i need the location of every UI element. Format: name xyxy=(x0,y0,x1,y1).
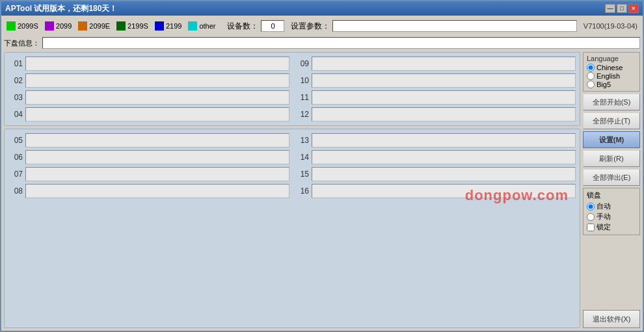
table-row: 16 dongpow.com xyxy=(295,184,576,198)
language-title: Language xyxy=(587,55,636,62)
device-count-input[interactable] xyxy=(261,20,284,32)
slots-column-2b: 13 14 15 16 xyxy=(295,133,576,198)
lock-checkbox-text: 锁定 xyxy=(597,222,611,232)
table-row: 03 xyxy=(8,90,289,105)
stop-all-button[interactable]: 全部停止(T) xyxy=(583,112,640,129)
maximize-button[interactable]: □ xyxy=(617,4,627,13)
radio-chinese-input[interactable] xyxy=(587,64,595,71)
slot-number-08: 08 xyxy=(8,186,23,196)
radio-auto[interactable]: 自动 xyxy=(587,201,636,211)
label-2099s: 2099S xyxy=(18,22,38,30)
slots-group-1-columns: 01 02 03 04 xyxy=(8,57,576,121)
table-row: 04 xyxy=(8,107,289,121)
device-param-input[interactable] xyxy=(332,20,576,32)
slot-number-04: 04 xyxy=(8,110,23,119)
slot-number-10: 10 xyxy=(295,76,309,85)
radio-manual[interactable]: 手动 xyxy=(587,212,636,222)
main-area: 01 02 03 04 xyxy=(4,52,640,328)
slot-number-07: 07 xyxy=(8,170,23,179)
refresh-button[interactable]: 刷新(R) xyxy=(583,150,640,167)
close-button[interactable]: ✕ xyxy=(628,4,639,13)
slot-field-02[interactable] xyxy=(25,73,289,88)
info-label: 下盘信息： xyxy=(4,38,40,48)
slot-number-16: 16 xyxy=(295,186,309,196)
minimize-button[interactable]: — xyxy=(605,4,615,13)
table-row: 06 xyxy=(8,150,289,164)
slots-area: 01 02 03 04 xyxy=(4,52,580,328)
exit-button[interactable]: 退出软件(X) xyxy=(583,310,640,328)
table-row: 08 xyxy=(8,184,289,198)
slot-field-14[interactable] xyxy=(312,150,576,164)
radio-manual-label: 手动 xyxy=(597,212,611,222)
color-2199s xyxy=(116,21,126,31)
slot-field-03[interactable] xyxy=(25,90,289,105)
watermark-text: dongpow.com xyxy=(465,187,569,204)
radio-english-label: English xyxy=(597,72,620,80)
slot-number-02: 02 xyxy=(8,76,23,85)
eject-all-button[interactable]: 全部弹出(E) xyxy=(583,169,640,186)
slot-number-15: 15 xyxy=(295,170,309,179)
color-2099e xyxy=(78,21,87,31)
device-count-label: 设备数： xyxy=(227,21,258,32)
slot-field-09[interactable] xyxy=(312,57,576,71)
slot-field-10[interactable] xyxy=(312,73,576,88)
slot-field-07[interactable] xyxy=(25,167,289,181)
radio-chinese-label: Chinese xyxy=(597,64,623,71)
radio-auto-input[interactable] xyxy=(587,203,595,211)
table-row: 05 xyxy=(8,133,289,147)
window-title: APTool 试用版本，还剩180天！ xyxy=(5,3,117,14)
label-2199s: 2199S xyxy=(127,22,148,30)
radio-big5[interactable]: Big5 xyxy=(587,81,636,88)
legend-bar: 2099S 2099 2099E 2199S 2199 other xyxy=(4,18,640,34)
version-label: V7100(19-03-04) xyxy=(584,22,637,30)
legend-2199s: 2199S xyxy=(116,21,148,31)
slot-number-09: 09 xyxy=(295,59,309,68)
color-2099 xyxy=(45,21,54,31)
lock-checkbox[interactable] xyxy=(587,223,595,231)
slot-field-12[interactable] xyxy=(312,107,576,121)
slots-group-2-columns: 05 06 07 08 xyxy=(8,133,576,198)
legend-2099e: 2099E xyxy=(78,21,110,31)
slot-number-03: 03 xyxy=(8,93,23,102)
table-row: 02 xyxy=(8,73,289,88)
label-2199: 2199 xyxy=(166,22,181,30)
slot-number-01: 01 xyxy=(8,59,23,68)
slot-field-01[interactable] xyxy=(25,57,289,71)
label-other: other xyxy=(199,22,215,30)
radio-manual-input[interactable] xyxy=(587,213,595,221)
slot-number-06: 06 xyxy=(8,153,23,162)
slots-column-1a: 01 02 03 04 xyxy=(8,57,289,121)
radio-english[interactable]: English xyxy=(587,72,636,80)
lock-group: 锁盘 自动 手动 锁定 xyxy=(583,188,640,235)
label-2099: 2099 xyxy=(56,22,72,30)
slot-field-05[interactable] xyxy=(25,133,289,147)
table-row: 13 xyxy=(295,133,576,147)
color-other xyxy=(188,21,197,31)
info-input[interactable] xyxy=(42,37,640,49)
slot-number-13: 13 xyxy=(295,136,309,145)
radio-big5-input[interactable] xyxy=(587,81,595,88)
slot-field-06[interactable] xyxy=(25,150,289,164)
device-count-section: 设备数： xyxy=(227,20,284,32)
slot-number-05: 05 xyxy=(8,136,23,145)
slot-field-08[interactable] xyxy=(25,184,289,198)
settings-button[interactable]: 设置(M) xyxy=(583,131,640,148)
start-all-button[interactable]: 全部开始(S) xyxy=(583,94,640,110)
lock-checkbox-label[interactable]: 锁定 xyxy=(587,222,636,232)
slot-field-16[interactable]: dongpow.com xyxy=(312,184,576,198)
main-window: APTool 试用版本，还剩180天！ — □ ✕ 2099S 2099 209… xyxy=(0,0,644,332)
radio-chinese[interactable]: Chinese xyxy=(587,64,636,71)
slot-field-15[interactable] xyxy=(312,167,576,181)
sidebar: Language Chinese English Big5 全部 xyxy=(583,52,640,328)
legend-other: other xyxy=(188,21,215,31)
color-2099s xyxy=(7,21,16,31)
slot-field-11[interactable] xyxy=(312,90,576,105)
language-group: Language Chinese English Big5 xyxy=(583,52,640,92)
table-row: 09 xyxy=(295,57,576,71)
table-row: 14 xyxy=(295,150,576,164)
table-row: 01 xyxy=(8,57,289,71)
slot-field-13[interactable] xyxy=(312,133,576,147)
table-row: 07 xyxy=(8,167,289,181)
slot-field-04[interactable] xyxy=(25,107,289,121)
radio-english-input[interactable] xyxy=(587,72,595,80)
